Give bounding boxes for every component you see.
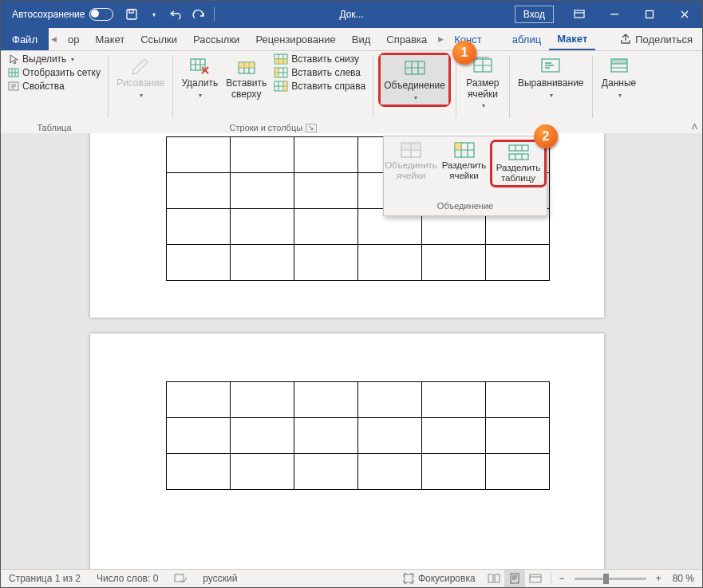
group-label-rows-cols: Строки и столбцы↘: [178, 121, 368, 134]
ribbon-display-icon[interactable]: [562, 1, 597, 28]
maximize-icon[interactable]: [632, 1, 667, 28]
quick-access-toolbar: ▾: [124, 7, 215, 22]
grid-icon: [8, 67, 19, 78]
statusbar: Страница 1 из 2 Число слов: 0 русский Фо…: [1, 569, 702, 587]
tab-table-design-partial2[interactable]: аблиц: [504, 28, 549, 50]
svg-rect-23: [455, 143, 461, 150]
tab-table-layout[interactable]: Макет: [549, 28, 595, 50]
split-table-icon: [508, 144, 530, 161]
pencil-icon: [130, 56, 151, 75]
undo-icon[interactable]: [169, 7, 184, 22]
insert-right-button[interactable]: Вставить справа: [271, 80, 368, 93]
autosave-toggle[interactable]: Автосохранение: [1, 8, 113, 21]
split-cells-icon: [453, 141, 476, 159]
group-alignment: Выравнивание▾: [510, 51, 592, 134]
collapse-ribbon-icon[interactable]: ᐱ: [692, 122, 697, 131]
svg-rect-21: [401, 143, 421, 150]
merge-cells-icon: [400, 141, 422, 159]
share-icon: [620, 34, 631, 45]
popup-label: Объединение: [384, 201, 547, 215]
properties-icon: [8, 81, 19, 92]
svg-rect-2: [575, 10, 584, 18]
insert-above-icon: [236, 56, 257, 75]
cell-size-icon: [472, 57, 494, 74]
data-icon: [609, 57, 630, 74]
tab-references[interactable]: Ссылки: [132, 28, 185, 50]
draw-button[interactable]: Рисование▾: [113, 53, 168, 102]
status-language[interactable]: русский: [195, 573, 245, 584]
alignment-button[interactable]: Выравнивание▾: [515, 53, 587, 102]
tab-review[interactable]: Рецензирование: [247, 28, 343, 50]
view-gridlines-button[interactable]: Отобразить сетку: [6, 66, 103, 79]
svg-rect-8: [239, 62, 255, 68]
group-data: Данные▾: [593, 51, 646, 134]
table-delete-icon: [189, 56, 210, 75]
group-table: Выделить▾ Отобразить сетку Свойства Табл…: [1, 51, 108, 134]
svg-rect-10: [274, 59, 287, 64]
print-layout-icon[interactable]: [504, 570, 525, 587]
alignment-icon: [539, 57, 562, 74]
svg-rect-0: [127, 10, 136, 19]
zoom-in-button[interactable]: +: [653, 573, 665, 584]
share-label: Поделиться: [635, 34, 693, 45]
split-cells-button[interactable]: Разделить ячейки: [438, 140, 490, 183]
ribbon: Выделить▾ Отобразить сетку Свойства Табл…: [1, 51, 702, 135]
tab-scroll-left-icon[interactable]: ◀: [49, 28, 60, 50]
zoom-out-button[interactable]: −: [556, 573, 568, 584]
select-button[interactable]: Выделить▾: [6, 53, 103, 65]
zoom-slider[interactable]: [575, 578, 646, 580]
minimize-icon[interactable]: [597, 1, 632, 28]
ribbon-tabs: Файл ◀ ор Макет Ссылки Рассылки Рецензир…: [1, 28, 702, 51]
focus-mode-button[interactable]: Фокусировка: [395, 573, 484, 584]
svg-rect-25: [509, 154, 528, 160]
toggle-off-icon: [89, 8, 113, 21]
split-table-button[interactable]: Разделить таблицу: [490, 140, 547, 187]
delete-button[interactable]: Удалить▾: [178, 53, 221, 102]
tab-mailings[interactable]: Рассылки: [185, 28, 247, 50]
svg-rect-1: [129, 10, 133, 13]
svg-rect-14: [283, 81, 287, 91]
zoom-level[interactable]: 80 %: [665, 573, 702, 584]
save-icon[interactable]: [124, 7, 139, 22]
group-merge: Объединение▾: [373, 51, 456, 134]
merge-dropdown-button[interactable]: Объединение▾: [381, 55, 448, 105]
tab-view[interactable]: Вид: [344, 28, 379, 50]
insert-below-icon: [274, 53, 288, 65]
tab-file[interactable]: Файл: [1, 28, 49, 50]
insert-above-button[interactable]: Вставить сверху: [223, 53, 270, 102]
chevron-down-icon[interactable]: ▾: [147, 7, 161, 22]
status-page[interactable]: Страница 1 из 2: [1, 573, 89, 584]
read-mode-icon[interactable]: [484, 570, 504, 587]
insert-below-button[interactable]: Вставить снизу: [271, 53, 368, 65]
status-words[interactable]: Число слов: 0: [89, 573, 166, 584]
web-layout-icon[interactable]: [525, 570, 546, 587]
tab-help[interactable]: Справка: [378, 28, 435, 50]
insert-left-button[interactable]: Вставить слева: [271, 66, 368, 79]
svg-rect-27: [405, 574, 413, 582]
data-button[interactable]: Данные▾: [598, 53, 641, 102]
insert-right-icon: [274, 81, 288, 92]
svg-rect-30: [511, 574, 519, 583]
titlebar: Автосохранение ▾ Док... Вход: [1, 1, 702, 28]
tab-scroll-right-icon[interactable]: ▶: [435, 28, 446, 50]
svg-rect-31: [530, 574, 541, 582]
tab-layout[interactable]: Макет: [87, 28, 132, 50]
svg-rect-29: [495, 574, 500, 582]
status-spellcheck-icon[interactable]: [166, 573, 195, 584]
callout-2: 2: [534, 124, 558, 148]
properties-button[interactable]: Свойства: [6, 80, 103, 93]
svg-rect-24: [509, 145, 528, 151]
page-2: [90, 333, 604, 570]
document-area[interactable]: [1, 133, 702, 570]
insert-left-icon: [274, 67, 288, 78]
share-button[interactable]: Поделиться: [610, 28, 702, 50]
close-icon[interactable]: [667, 1, 702, 28]
redo-icon[interactable]: [192, 7, 206, 22]
document-title: Док...: [339, 9, 363, 20]
group-draw: Рисование▾: [109, 51, 172, 134]
login-button[interactable]: Вход: [515, 6, 554, 23]
tab-home-partial[interactable]: ор: [60, 28, 87, 50]
svg-rect-12: [274, 68, 278, 77]
svg-rect-19: [611, 59, 627, 64]
table-2[interactable]: [166, 381, 550, 490]
